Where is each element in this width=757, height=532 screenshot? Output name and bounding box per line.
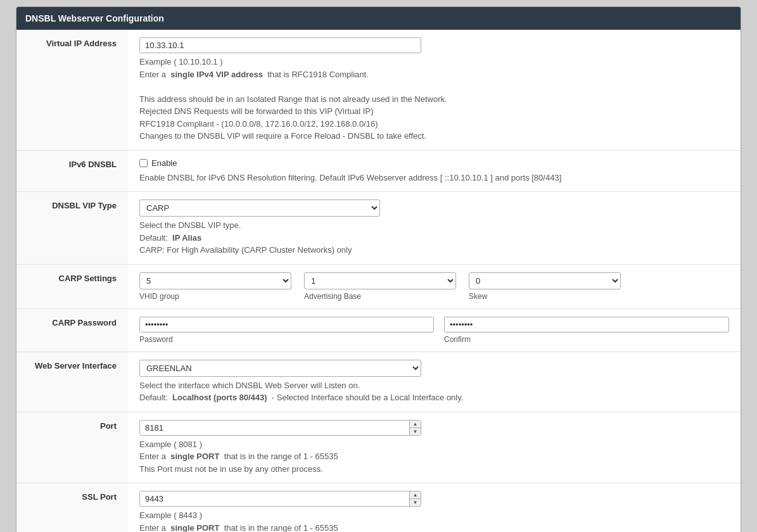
- skew-label: Skew: [469, 292, 621, 301]
- hint1-prefix: Enter a: [139, 70, 166, 79]
- carp-password-input[interactable]: [139, 317, 434, 332]
- virtual-ip-input[interactable]: [139, 37, 421, 53]
- port-input[interactable]: [139, 420, 421, 436]
- dnsbl-vip-type-select[interactable]: IP Alias CARP: [139, 200, 380, 217]
- password-group: Password: [139, 317, 434, 344]
- dnsbl-vip-type-label: DNSBL VIP Type: [16, 192, 128, 265]
- ssl-port-row: SSL Port ▲ ▼ Example ( 8443 ) Enter a si…: [16, 483, 741, 533]
- ipv6-dnsbl-checkbox[interactable]: [139, 159, 148, 167]
- port-row: Port ▲ ▼ Example ( 8081 ) Enter a single…: [16, 412, 741, 483]
- virtual-ip-desc1: This address should be in an Isolated Ra…: [139, 93, 729, 106]
- dnsbl-vip-type-help: Select the DNSBL VIP type. Default: IP A…: [139, 219, 729, 256]
- web-server-interface-content: Localhost GREENLAN BLULAN REDLAN Select …: [128, 352, 741, 412]
- config-form: Virtual IP Address Example ( 10.10.10.1 …: [16, 30, 741, 532]
- web-server-interface-help: Select the interface which DNSBL Web Ser…: [139, 379, 729, 404]
- virtual-ip-help: Example ( 10.10.10.1 ) Enter a single IP…: [139, 56, 729, 142]
- port-decrement-btn[interactable]: ▼: [410, 428, 421, 435]
- panel-title: DNSBL Webserver Configuration: [25, 13, 164, 23]
- panel-header: DNSBL Webserver Configuration: [16, 7, 741, 30]
- confirm-group: Confirm: [444, 317, 729, 344]
- virtual-ip-desc3: RFC1918 Compliant - (10.0.0.0/8, 172.16.…: [139, 118, 729, 130]
- carp-settings-content: 1234 5678 910 VHID group 12345 Advertisi…: [128, 264, 741, 308]
- carp-password-controls: Password Confirm: [139, 317, 729, 344]
- skew-group: 0123 45 Skew: [469, 272, 621, 301]
- carp-settings-label: CARP Settings: [16, 264, 128, 308]
- port-help: Example ( 8081 ) Enter a single PORT tha…: [139, 438, 729, 476]
- port-increment-btn[interactable]: ▲: [410, 421, 421, 428]
- dnsbl-config-panel: DNSBL Webserver Configuration Virtual IP…: [16, 6, 741, 532]
- ipv6-dnsbl-row: IPv6 DNSBL Enable Enable DNSBL for IPv6 …: [16, 150, 741, 192]
- port-spinner: ▲ ▼: [139, 420, 421, 436]
- adv-base-group: 12345 Advertising Base: [304, 272, 456, 301]
- dnsbl-vip-type-content: IP Alias CARP Select the DNSBL VIP type.…: [128, 192, 741, 265]
- carp-settings-controls: 1234 5678 910 VHID group 12345 Advertisi…: [139, 272, 729, 301]
- port-spinner-buttons: ▲ ▼: [409, 421, 421, 435]
- hint1-suffix: that is RFC1918 Compliant.: [267, 70, 369, 79]
- hint1-bold: single IPv4 VIP address: [170, 70, 263, 79]
- carp-password-row: CARP Password Password Confirm: [16, 308, 741, 352]
- adv-base-select[interactable]: 12345: [304, 272, 456, 289]
- ws-interface-desc1: Select the interface which DNSBL Web Ser…: [139, 379, 729, 392]
- virtual-ip-desc2: Rejected DNS Requests will be forwarded …: [139, 105, 729, 118]
- skew-select[interactable]: 0123 45: [469, 272, 621, 289]
- ipv6-checkbox-row: Enable: [139, 158, 729, 168]
- ipv6-dnsbl-help: Enable DNSBL for IPv6 DNS Resolution fil…: [139, 172, 729, 184]
- carp-confirm-input[interactable]: [444, 317, 729, 332]
- virtual-ip-row: Virtual IP Address Example ( 10.10.10.1 …: [16, 30, 741, 150]
- virtual-ip-desc4: Changes to the DNSBL VIP will require a …: [139, 130, 729, 142]
- ipv6-checkbox-label: Enable: [151, 158, 177, 168]
- ssl-port-increment-btn[interactable]: ▲: [410, 491, 421, 499]
- vip-type-desc3: CARP: For High Availability (CARP Cluste…: [139, 244, 729, 256]
- port-hint1: Enter a single PORT that is in the range…: [139, 450, 729, 463]
- confirm-label: Confirm: [444, 335, 729, 344]
- vhid-select[interactable]: 1234 5678 910: [139, 272, 291, 289]
- ssl-port-content: ▲ ▼ Example ( 8443 ) Enter a single PORT…: [128, 483, 741, 533]
- ssl-port-help: Example ( 8443 ) Enter a single PORT tha…: [139, 509, 729, 532]
- virtual-ip-hint1: Enter a single IPv4 VIP address that is …: [139, 68, 729, 81]
- port-content: ▲ ▼ Example ( 8081 ) Enter a single PORT…: [128, 412, 741, 483]
- vhid-label: VHID group: [139, 292, 291, 301]
- ipv6-dnsbl-label: IPv6 DNSBL: [16, 150, 128, 192]
- virtual-ip-label: Virtual IP Address: [16, 30, 128, 150]
- carp-password-content: Password Confirm: [128, 308, 741, 352]
- adv-base-label: Advertising Base: [304, 292, 456, 301]
- ssl-port-spinner: ▲ ▼: [139, 491, 421, 507]
- dnsbl-vip-type-row: DNSBL VIP Type IP Alias CARP Select the …: [16, 192, 741, 265]
- password-label: Password: [139, 335, 434, 344]
- ssl-port-example: Example ( 8443 ): [139, 509, 729, 522]
- port-example: Example ( 8081 ): [139, 438, 729, 451]
- web-server-interface-select[interactable]: Localhost GREENLAN BLULAN REDLAN: [139, 360, 421, 377]
- port-label: Port: [16, 412, 128, 483]
- ssl-port-spinner-buttons: ▲ ▼: [409, 491, 421, 506]
- vip-type-desc2: Default: IP Alias: [139, 232, 729, 244]
- ssl-port-label: SSL Port: [16, 483, 128, 533]
- web-server-interface-row: Web Server Interface Localhost GREENLAN …: [16, 352, 741, 412]
- carp-settings-row: CARP Settings 1234 5678 910 VHID group 1…: [16, 264, 741, 308]
- ssl-port-decrement-btn[interactable]: ▼: [410, 499, 421, 506]
- ssl-port-input[interactable]: [139, 491, 421, 507]
- web-server-interface-label: Web Server Interface: [16, 352, 128, 412]
- vip-type-desc1: Select the DNSBL VIP type.: [139, 219, 729, 232]
- virtual-ip-content: Example ( 10.10.10.1 ) Enter a single IP…: [128, 30, 741, 150]
- virtual-ip-example: Example ( 10.10.10.1 ): [139, 56, 729, 68]
- ws-interface-desc2: Default: Localhost (ports 80/443) - Sele…: [139, 391, 729, 404]
- carp-password-label: CARP Password: [16, 308, 128, 352]
- ipv6-dnsbl-content: Enable Enable DNSBL for IPv6 DNS Resolut…: [128, 150, 741, 192]
- vhid-group: 1234 5678 910 VHID group: [139, 272, 291, 301]
- port-desc: This Port must not be in use by any othe…: [139, 463, 729, 476]
- ssl-port-hint1: Enter a single PORT that is in the range…: [139, 522, 729, 533]
